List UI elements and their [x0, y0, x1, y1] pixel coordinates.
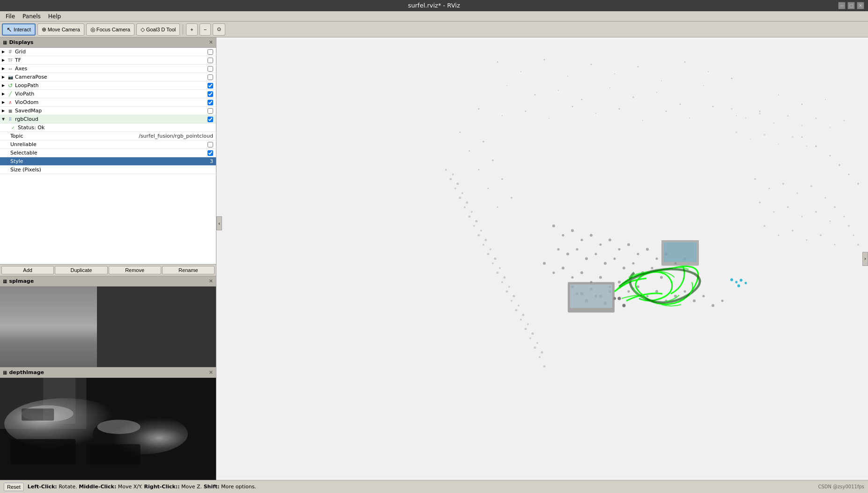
remove-display-button[interactable]: Remove	[109, 266, 161, 274]
rgbcloud-expand[interactable]: ▼	[0, 116, 7, 123]
spimage-header: ▦ spImage ✕	[0, 276, 216, 287]
grid-name: Grid	[14, 49, 208, 55]
move-camera-button[interactable]: ⊕ Move Camera	[37, 23, 84, 36]
3d-viewport[interactable]: ›	[216, 37, 868, 480]
display-item-axes[interactable]: ▶ ↔ Axes	[0, 65, 216, 73]
viewport-collapse-arrow[interactable]: ›	[862, 252, 868, 266]
toolbar-target-button[interactable]: ⊙	[213, 23, 225, 36]
display-item-grid[interactable]: ▶ # Grid	[0, 48, 216, 56]
unreliable-checkbox[interactable]	[208, 142, 213, 147]
grid-checkbox[interactable]	[208, 49, 213, 55]
toolbar-plus-button[interactable]: +	[186, 23, 197, 36]
svg-point-46	[778, 95, 779, 96]
svg-point-115	[637, 253, 639, 255]
displays-panel-close[interactable]: ✕	[209, 39, 213, 45]
display-item-style[interactable]: Style 3	[0, 157, 216, 166]
reset-button[interactable]: Reset	[4, 483, 24, 491]
toolbar: ↖ Interact ⊕ Move Camera ◎ Focus Camera …	[0, 22, 868, 37]
collapse-sp-arrow[interactable]: ‹	[216, 216, 222, 230]
menu-file[interactable]: File	[2, 12, 19, 21]
savedmap-checkbox[interactable]	[208, 108, 213, 114]
display-item-rgbcloud[interactable]: ▼ ⠿ rgbCloud	[0, 115, 216, 124]
display-item-size: Size (Pixels)	[0, 166, 216, 174]
display-item-unreliable[interactable]: Unreliable	[0, 140, 216, 149]
svg-point-184	[857, 244, 859, 246]
display-item-selectable[interactable]: Selectable	[0, 149, 216, 157]
displays-panel-header: ▦ Displays ✕	[0, 37, 216, 48]
status-name: Status: Ok	[17, 125, 216, 131]
menu-help[interactable]: Help	[45, 12, 65, 21]
svg-point-204	[815, 118, 817, 119]
viopath-expand[interactable]: ▶	[0, 91, 7, 97]
looppath-expand[interactable]: ▶	[0, 82, 7, 89]
svg-point-17	[591, 64, 592, 65]
svg-point-21	[684, 61, 686, 63]
svg-point-190	[815, 211, 817, 213]
vioodom-checkbox[interactable]	[208, 100, 213, 105]
spimage-icon: ▦	[3, 279, 7, 284]
axes-expand[interactable]: ▶	[0, 66, 7, 72]
goal3d-button[interactable]: ◇ Goal3 D Tool	[136, 23, 180, 36]
maximize-button[interactable]: □	[847, 2, 855, 9]
looppath-name: LoopPath	[14, 82, 208, 88]
close-button[interactable]: ✕	[857, 2, 864, 9]
toolbar-minus-button[interactable]: −	[200, 23, 211, 36]
svg-point-158	[618, 297, 621, 300]
display-item-savedmap[interactable]: ▶ ■ SavedMap	[0, 107, 216, 115]
svg-point-192	[764, 225, 765, 227]
displays-panel-body[interactable]: ▶ # Grid ▶ TF TF ▶ ↔ Axes	[0, 48, 216, 264]
rgbcloud-checkbox[interactable]	[208, 117, 213, 122]
display-item-viopath[interactable]: ▶ ╱ VioPath	[0, 90, 216, 98]
svg-point-187	[773, 211, 775, 213]
display-item-camerapose[interactable]: ▶ 📷 CameraPose	[0, 73, 216, 81]
display-item-looppath[interactable]: ▶ ↺ LoopPath	[0, 81, 216, 90]
savedmap-expand[interactable]: ▶	[0, 108, 7, 114]
focus-camera-button[interactable]: ◎ Focus Camera	[86, 23, 134, 36]
rename-display-button[interactable]: Rename	[162, 266, 215, 274]
depthimage-content	[0, 378, 216, 480]
camerapose-expand[interactable]: ▶	[0, 74, 7, 81]
svg-point-19	[638, 66, 639, 67]
svg-point-106	[552, 225, 555, 228]
looppath-checkbox[interactable]	[208, 83, 213, 88]
style-label: Style	[9, 158, 210, 164]
svg-point-74	[492, 263, 494, 265]
camerapose-icon: 📷	[7, 74, 14, 81]
display-item-tf[interactable]: ▶ TF TF	[0, 56, 216, 65]
depthimage-icon: ▦	[3, 370, 7, 375]
svg-point-203	[801, 125, 803, 126]
tf-expand[interactable]: ▶	[0, 57, 7, 64]
display-item-vioodom[interactable]: ▶ ∧ VioOdom	[0, 98, 216, 107]
svg-point-107	[562, 234, 564, 236]
rgbcloud-icon: ⠿	[7, 116, 14, 123]
svg-point-45	[759, 110, 761, 112]
menu-panels[interactable]: Panels	[19, 12, 45, 21]
minimize-button[interactable]: —	[838, 2, 846, 9]
main-area: ▦ Displays ✕ ▶ # Grid ▶ TF TF	[0, 37, 868, 480]
svg-point-132	[660, 276, 663, 279]
interact-tool-label: Interact	[14, 27, 31, 32]
svg-point-113	[618, 248, 621, 250]
vioodom-expand[interactable]: ▶	[0, 99, 7, 106]
svg-point-209	[764, 134, 765, 136]
rightclick-label: Right-Click::	[144, 484, 180, 490]
svg-point-206	[843, 120, 845, 122]
selectable-checkbox[interactable]	[208, 150, 213, 156]
depthimage-close[interactable]: ✕	[209, 369, 213, 375]
axes-checkbox[interactable]	[208, 66, 213, 72]
interact-tool-button[interactable]: ↖ Interact	[2, 23, 36, 36]
tf-checkbox[interactable]	[208, 58, 213, 63]
duplicate-display-button[interactable]: Duplicate	[55, 266, 107, 274]
grid-icon: #	[7, 48, 14, 56]
svg-point-202	[787, 115, 789, 117]
depthimage-panel: ▦ depthImage ✕	[0, 368, 216, 480]
grid-expand[interactable]: ▶	[0, 49, 7, 55]
svg-point-44	[736, 116, 737, 117]
spimage-close[interactable]: ✕	[209, 278, 213, 284]
add-display-button[interactable]: Add	[1, 266, 54, 274]
svg-point-50	[482, 141, 484, 143]
camerapose-checkbox[interactable]	[208, 74, 213, 80]
viopath-checkbox[interactable]	[208, 91, 213, 97]
savedmap-name: SavedMap	[14, 108, 208, 114]
svg-point-54	[501, 178, 503, 180]
